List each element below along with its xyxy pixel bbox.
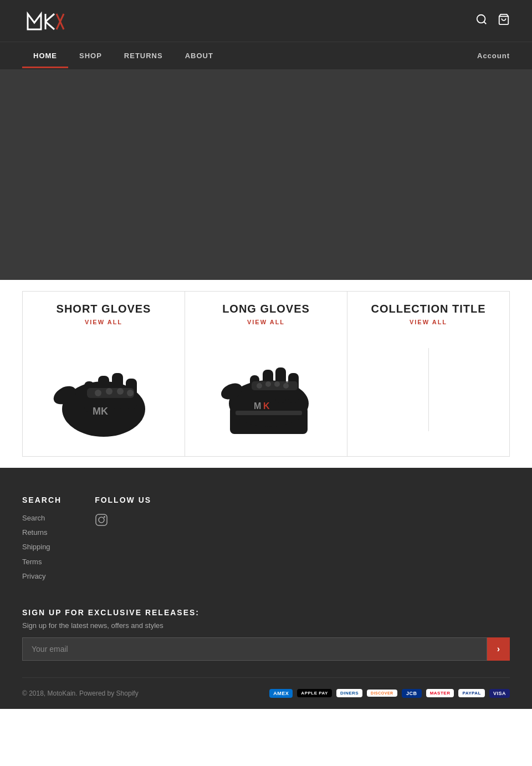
footer-link-search[interactable]: Search: [22, 513, 62, 523]
collection-title-long: LONG GLOVES: [196, 303, 336, 315]
footer-link-privacy[interactable]: Privacy: [22, 571, 62, 581]
header-actions: [475, 13, 510, 28]
short-glove-image: MK: [34, 334, 173, 445]
footer-link-returns[interactable]: Returns: [22, 528, 62, 538]
nav-link-returns[interactable]: RETURNS: [113, 43, 174, 68]
footer-link-shipping[interactable]: Shipping: [22, 542, 62, 552]
svg-rect-37: [96, 514, 107, 525]
svg-point-7: [477, 15, 485, 23]
svg-point-33: [265, 381, 271, 387]
newsletter-form: ›: [22, 637, 510, 661]
email-input[interactable]: [22, 637, 487, 661]
payment-master: Master: [426, 689, 454, 697]
svg-text:M: M: [254, 401, 261, 411]
footer-top: SEARCH Search Returns Shipping Terms Pri…: [22, 496, 510, 586]
collection-3-image: [359, 334, 498, 445]
svg-line-8: [484, 22, 486, 24]
collection-title-3: COLLECTION TITLE: [359, 303, 498, 315]
footer-search-col: SEARCH Search Returns Shipping Terms Pri…: [22, 496, 62, 586]
nav-link-home[interactable]: HOME: [22, 43, 68, 68]
view-all-collection[interactable]: VIEW ALL: [359, 319, 498, 325]
footer-search-heading: SEARCH: [22, 496, 62, 504]
svg-point-21: [127, 390, 134, 396]
payment-apple: Apple Pay: [297, 689, 332, 697]
footer-bottom: © 2018, MotoKain. Powered by Shopify AME…: [22, 677, 510, 698]
footer-follow-heading: FOLLOW US: [95, 496, 151, 504]
logo[interactable]: [22, 7, 78, 35]
payment-visa: VISA: [489, 689, 510, 698]
svg-text:K: K: [263, 401, 270, 411]
svg-point-34: [274, 381, 280, 387]
view-all-short-gloves[interactable]: VIEW ALL: [34, 319, 173, 325]
footer-link-terms[interactable]: Terms: [22, 557, 62, 567]
svg-point-38: [99, 517, 104, 523]
svg-point-20: [117, 388, 124, 395]
payment-diners: Diners: [336, 689, 362, 697]
collections-grid: SHORT GLOVES VIEW ALL: [22, 291, 510, 457]
svg-text:MK: MK: [93, 406, 108, 417]
newsletter-section: SIGN UP FOR EXCLUSIVE RELEASES: Sign up …: [22, 608, 510, 661]
newsletter-submit-button[interactable]: ›: [487, 637, 510, 661]
svg-point-32: [257, 383, 262, 389]
nav-link-shop[interactable]: SHOP: [68, 43, 113, 68]
collection-card-title[interactable]: COLLECTION TITLE VIEW ALL: [347, 292, 509, 456]
header: [0, 0, 532, 42]
footer: SEARCH Search Returns Shipping Terms Pri…: [0, 468, 532, 709]
svg-point-35: [283, 383, 289, 389]
svg-rect-0: [22, 7, 78, 35]
payment-paypal: PayPal: [458, 689, 485, 697]
logo-area: [22, 7, 78, 35]
newsletter-heading: SIGN UP FOR EXCLUSIVE RELEASES:: [22, 608, 510, 617]
nav-links: HOME SHOP RETURNS ABOUT: [22, 43, 224, 68]
hero-banner: [0, 69, 532, 280]
payment-amex: AMEX: [269, 689, 293, 698]
payment-discover: Discover: [367, 690, 397, 697]
newsletter-description: Sign up for the latest news, offers and …: [22, 621, 510, 630]
main-nav: HOME SHOP RETURNS ABOUT Account: [0, 42, 532, 69]
payment-jcb: JCB: [402, 689, 422, 698]
footer-follow-col: FOLLOW US: [95, 496, 151, 586]
instagram-link[interactable]: [95, 513, 151, 532]
svg-rect-36: [236, 411, 302, 415]
collection-title-short: SHORT GLOVES: [34, 303, 173, 315]
search-button[interactable]: [475, 13, 488, 28]
view-all-long-gloves[interactable]: VIEW ALL: [196, 319, 336, 325]
payment-icons: AMEX Apple Pay Diners Discover JCB Maste…: [269, 689, 510, 698]
collection-card-short-gloves[interactable]: SHORT GLOVES VIEW ALL: [23, 292, 185, 456]
collection-card-long-gloves[interactable]: LONG GLOVES VIEW ALL: [185, 292, 347, 456]
nav-link-about[interactable]: ABOUT: [174, 43, 224, 68]
long-glove-image: M K: [196, 334, 336, 445]
svg-point-19: [106, 388, 112, 395]
svg-point-18: [95, 390, 101, 396]
svg-point-39: [104, 516, 105, 518]
cart-button[interactable]: [498, 13, 510, 28]
account-link[interactable]: Account: [477, 52, 510, 60]
copyright-text: © 2018, MotoKain. Powered by Shopify: [22, 690, 139, 697]
collections-section: SHORT GLOVES VIEW ALL: [0, 280, 532, 468]
